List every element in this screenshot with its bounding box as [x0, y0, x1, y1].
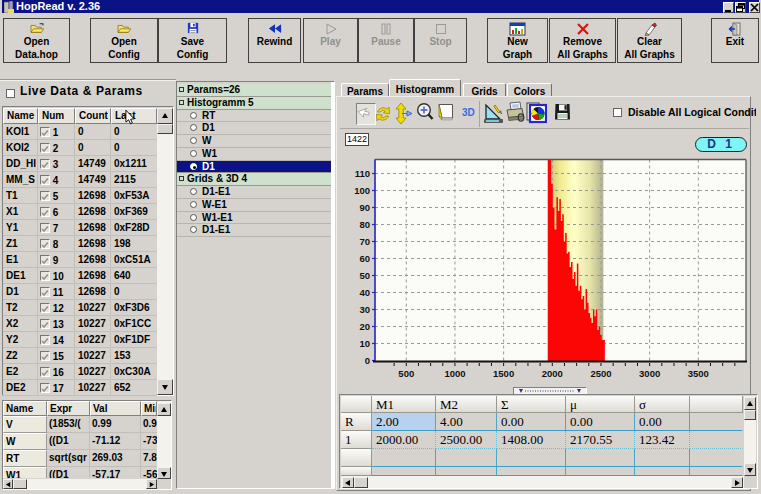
svg-text:3500: 3500 — [688, 368, 709, 379]
svg-text:1000: 1000 — [444, 368, 465, 379]
svg-text:60: 60 — [359, 253, 370, 264]
svg-text:80: 80 — [359, 219, 370, 230]
svg-text:20: 20 — [359, 321, 370, 332]
svg-text:110: 110 — [355, 168, 370, 179]
svg-text:100: 100 — [354, 185, 370, 196]
svg-text:50: 50 — [359, 270, 370, 281]
svg-text:500: 500 — [398, 368, 414, 379]
svg-text:70: 70 — [359, 236, 370, 247]
svg-text:2000: 2000 — [542, 368, 563, 379]
svg-text:90: 90 — [359, 202, 370, 213]
svg-text:10: 10 — [359, 338, 370, 349]
svg-text:30: 30 — [359, 304, 370, 315]
svg-text:40: 40 — [359, 287, 370, 298]
svg-text:2500: 2500 — [590, 368, 611, 379]
svg-text:1500: 1500 — [493, 368, 514, 379]
svg-text:3000: 3000 — [639, 368, 660, 379]
svg-text:0: 0 — [365, 355, 370, 366]
